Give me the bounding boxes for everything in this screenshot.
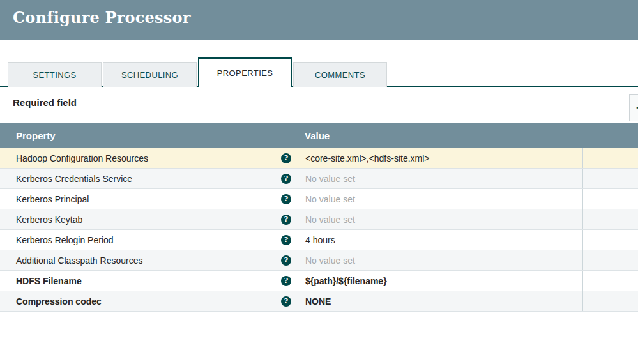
property-value: No value set	[305, 255, 355, 266]
tab-bar: SETTINGS SCHEDULING PROPERTIES COMMENTS	[8, 57, 388, 87]
tab-scheduling-label: SCHEDULING	[121, 70, 178, 80]
property-value: No value set	[305, 174, 355, 184]
column-header-property: Property	[0, 130, 296, 141]
property-value: 4 hours	[305, 235, 335, 245]
extra-cell	[582, 230, 638, 250]
property-name: Kerberos Credentials Service	[16, 174, 132, 184]
question-circle-icon[interactable]: ?	[281, 235, 291, 245]
dialog-title: Configure Processor	[13, 8, 191, 27]
property-cell: Compression codec ?	[0, 291, 296, 311]
properties-table: Property Value Hadoop Configuration Reso…	[0, 123, 638, 312]
question-circle-icon[interactable]: ?	[281, 296, 291, 307]
property-name: Kerberos Principal	[16, 194, 89, 204]
required-field-label: Required field	[13, 97, 77, 108]
question-circle-icon[interactable]: ?	[281, 194, 291, 204]
table-row[interactable]: HDFS Filename ? ${path}/${filename}	[0, 271, 638, 291]
property-value: ${path}/${filename}	[305, 276, 387, 286]
property-value: NONE	[305, 296, 331, 307]
property-cell: Kerberos Credentials Service ?	[0, 169, 296, 188]
value-cell[interactable]: No value set	[296, 209, 582, 229]
extra-cell	[582, 169, 638, 188]
property-name: Kerberos Keytab	[16, 215, 82, 225]
property-name: HDFS Filename	[16, 276, 82, 286]
table-row[interactable]: Kerberos Relogin Period ? 4 hours	[0, 230, 638, 250]
value-cell[interactable]: No value set	[296, 250, 582, 270]
property-cell: HDFS Filename ?	[0, 271, 296, 291]
property-name: Additional Classpath Resources	[16, 255, 142, 266]
property-name: Kerberos Relogin Period	[16, 235, 114, 245]
extra-cell	[582, 291, 638, 311]
extra-cell	[582, 148, 638, 168]
table-row[interactable]: Kerberos Keytab ? No value set	[0, 209, 638, 230]
extra-cell	[582, 271, 638, 291]
property-cell: Hadoop Configuration Resources ?	[0, 148, 296, 168]
value-cell[interactable]: No value set	[296, 189, 582, 209]
tab-comments[interactable]: COMMENTS	[293, 62, 387, 87]
property-cell: Kerberos Principal ?	[0, 189, 296, 209]
new-property-button[interactable]: +	[629, 94, 638, 121]
table-row[interactable]: Additional Classpath Resources ? No valu…	[0, 250, 638, 271]
extra-cell	[582, 189, 638, 209]
dialog-header: Configure Processor	[0, 0, 638, 40]
property-cell: Additional Classpath Resources ?	[0, 250, 296, 270]
value-cell[interactable]: 4 hours	[296, 230, 582, 250]
tab-properties[interactable]: PROPERTIES	[198, 57, 292, 87]
question-circle-icon[interactable]: ?	[281, 255, 291, 266]
question-circle-icon[interactable]: ?	[281, 276, 291, 286]
tab-properties-label: PROPERTIES	[217, 68, 273, 78]
value-cell[interactable]: No value set	[296, 169, 582, 188]
property-value: <core-site.xml>,<hdfs-site.xml>	[305, 153, 430, 163]
property-cell: Kerberos Relogin Period ?	[0, 230, 296, 250]
table-row[interactable]: Kerberos Principal ? No value set	[0, 189, 638, 209]
tab-settings-label: SETTINGS	[33, 70, 76, 80]
table-row[interactable]: Compression codec ? NONE	[0, 291, 638, 312]
table-row[interactable]: Kerberos Credentials Service ? No value …	[0, 169, 638, 189]
property-name: Hadoop Configuration Resources	[16, 153, 148, 163]
property-cell: Kerberos Keytab ?	[0, 209, 296, 229]
tab-scheduling[interactable]: SCHEDULING	[103, 62, 197, 87]
tab-settings[interactable]: SETTINGS	[8, 62, 102, 87]
extra-cell	[582, 250, 638, 270]
column-header-value: Value	[296, 130, 582, 141]
value-cell[interactable]: <core-site.xml>,<hdfs-site.xml>	[296, 148, 582, 168]
property-value: No value set	[305, 194, 355, 204]
property-value: No value set	[305, 215, 355, 225]
table-row[interactable]: Hadoop Configuration Resources ? <core-s…	[0, 148, 638, 169]
question-circle-icon[interactable]: ?	[281, 215, 291, 225]
value-cell[interactable]: ${path}/${filename}	[296, 271, 582, 291]
question-circle-icon[interactable]: ?	[281, 153, 291, 163]
extra-cell	[582, 209, 638, 229]
property-name: Compression codec	[16, 296, 102, 307]
tab-comments-label: COMMENTS	[315, 70, 365, 80]
value-cell[interactable]: NONE	[296, 291, 582, 311]
question-circle-icon[interactable]: ?	[281, 174, 291, 184]
table-header-row: Property Value	[0, 123, 638, 148]
